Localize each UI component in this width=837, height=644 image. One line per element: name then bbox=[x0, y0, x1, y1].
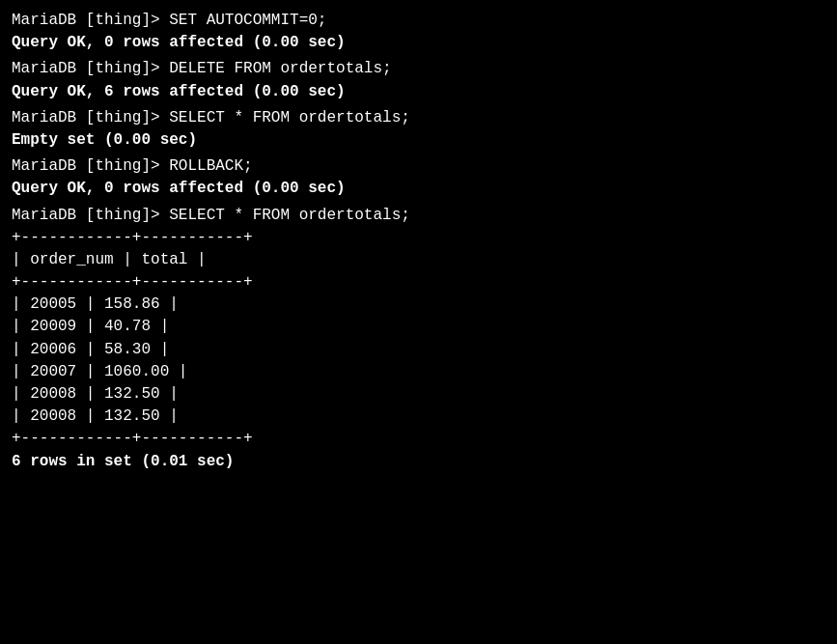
block-1: MariaDB [thing]> SET AUTOCOMMIT=0; Query… bbox=[12, 10, 825, 54]
table-row-4: | 20007 | 1060.00 | bbox=[12, 361, 825, 383]
block-5: MariaDB [thing]> SELECT * FROM ordertota… bbox=[12, 205, 825, 473]
command-4: MariaDB [thing]> ROLLBACK; bbox=[12, 155, 825, 178]
table-sep-bottom: +------------+-----------+ bbox=[12, 428, 825, 450]
table-sep-header: +------------+-----------+ bbox=[12, 271, 825, 294]
result-2: Query OK, 6 rows affected (0.00 sec) bbox=[12, 81, 825, 103]
table-row-6: | 20008 | 132.50 | bbox=[12, 406, 825, 428]
table-sep-top: +------------+-----------+ bbox=[12, 227, 825, 249]
table-row-2: | 20009 | 40.78 | bbox=[12, 316, 825, 338]
result-3: Empty set (0.00 sec) bbox=[12, 129, 825, 152]
block-3: MariaDB [thing]> SELECT * FROM ordertota… bbox=[12, 107, 825, 152]
table-row-3: | 20006 | 58.30 | bbox=[12, 339, 825, 361]
block-4: MariaDB [thing]> ROLLBACK; Query OK, 0 r… bbox=[12, 155, 825, 200]
table-row-5: | 20008 | 132.50 | bbox=[12, 383, 825, 406]
terminal-window: MariaDB [thing]> SET AUTOCOMMIT=0; Query… bbox=[12, 10, 825, 473]
table-header: | order_num | total | bbox=[12, 249, 825, 271]
command-2: MariaDB [thing]> DELETE FROM ordertotals… bbox=[12, 58, 825, 80]
block-2: MariaDB [thing]> DELETE FROM ordertotals… bbox=[12, 58, 825, 102]
command-5: MariaDB [thing]> SELECT * FROM ordertota… bbox=[12, 205, 825, 227]
command-3: MariaDB [thing]> SELECT * FROM ordertota… bbox=[12, 107, 825, 129]
result-1: Query OK, 0 rows affected (0.00 sec) bbox=[12, 32, 825, 54]
table-footer: 6 rows in set (0.01 sec) bbox=[12, 451, 825, 473]
table-row-1: | 20005 | 158.86 | bbox=[12, 294, 825, 316]
result-4: Query OK, 0 rows affected (0.00 sec) bbox=[12, 178, 825, 200]
command-1: MariaDB [thing]> SET AUTOCOMMIT=0; bbox=[12, 10, 825, 32]
